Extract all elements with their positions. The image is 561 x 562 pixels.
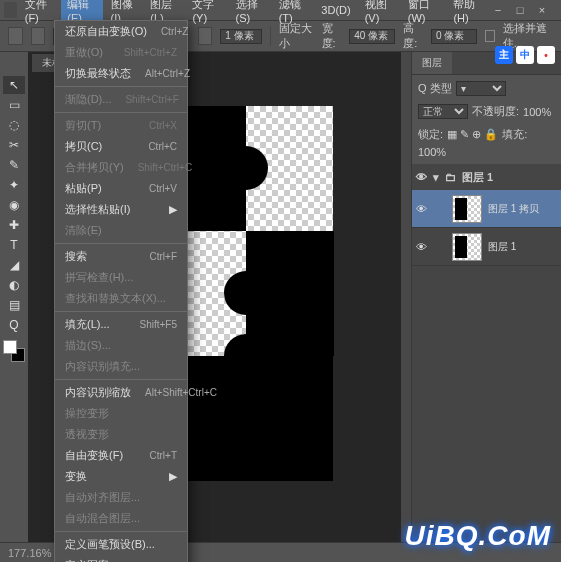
tool-7[interactable]: ✚ bbox=[3, 216, 25, 234]
fixed-size-label: 固定大小 bbox=[279, 21, 314, 51]
folder-icon: 🗀 bbox=[445, 171, 456, 183]
layer-thumbnail[interactable] bbox=[452, 195, 482, 223]
tool-1[interactable]: ▭ bbox=[3, 96, 25, 114]
collapsed-panels[interactable] bbox=[401, 52, 411, 542]
minimize-icon[interactable]: − bbox=[491, 3, 505, 17]
ime-badges: 主 中 • bbox=[495, 46, 555, 64]
tool-2[interactable]: ◌ bbox=[3, 116, 25, 134]
zoom-level[interactable]: 177.16% bbox=[8, 547, 51, 559]
height-label: 高度: bbox=[403, 21, 423, 51]
blend-mode-select[interactable]: 正常 bbox=[418, 104, 468, 119]
layer-name[interactable]: 图层 1 bbox=[488, 240, 516, 254]
stroke-width-input[interactable] bbox=[220, 29, 262, 44]
layers-panel: 图层 Q 类型 ▾ 正常 不透明度: 100% 锁定: ▦ ✎ ⊕ 🔒 填充: … bbox=[411, 52, 561, 542]
tool-0[interactable]: ↖ bbox=[3, 76, 25, 94]
kind-select[interactable]: ▾ bbox=[456, 81, 506, 96]
menu-item[interactable]: 还原自由变换(O)Ctrl+Z bbox=[55, 21, 187, 42]
visibility-icon[interactable]: 👁 bbox=[416, 203, 430, 215]
menu-item: 重做(O)Shift+Ctrl+Z bbox=[55, 42, 187, 63]
menubar: 文件(F)编辑(E)图像(I)图层(L)文字(Y)选择(S)滤镜(T)3D(D)… bbox=[0, 0, 561, 20]
menu-item[interactable]: 搜索Ctrl+F bbox=[55, 246, 187, 267]
submenu-arrow-icon: ▶ bbox=[169, 203, 177, 216]
menu-item[interactable]: 填充(L)...Shift+F5 bbox=[55, 314, 187, 335]
menu-item[interactable]: 拷贝(C)Ctrl+C bbox=[55, 136, 187, 157]
menu-item: 内容识别填充... bbox=[55, 356, 187, 377]
visibility-icon[interactable]: 👁 bbox=[416, 171, 427, 183]
opacity-label: 不透明度: bbox=[472, 104, 519, 119]
edit-menu-dropdown: 还原自由变换(O)Ctrl+Z重做(O)Shift+Ctrl+Z切换最终状态Al… bbox=[54, 20, 188, 562]
menu-item: 拼写检查(H)... bbox=[55, 267, 187, 288]
puzzle-piece-2 bbox=[246, 231, 334, 356]
menu-item[interactable]: 自由变换(F)Ctrl+T bbox=[55, 445, 187, 466]
color-swatches[interactable] bbox=[3, 340, 25, 362]
menu-item: 描边(S)... bbox=[55, 335, 187, 356]
menu-item: 渐隐(D)...Shift+Ctrl+F bbox=[55, 89, 187, 110]
menu-7[interactable]: 3D(D) bbox=[315, 2, 356, 18]
submenu-arrow-icon: ▶ bbox=[169, 470, 177, 483]
window-controls: − □ × bbox=[491, 3, 557, 17]
badge-3[interactable]: • bbox=[537, 46, 555, 64]
chevron-down-icon[interactable]: ▾ bbox=[433, 171, 439, 184]
menu-10[interactable]: 帮助(H) bbox=[447, 0, 489, 26]
tool-4[interactable]: ✎ bbox=[3, 156, 25, 174]
menu-item: 自动混合图层... bbox=[55, 508, 187, 529]
layer-name[interactable]: 图层 1 拷贝 bbox=[488, 202, 539, 216]
height-input[interactable] bbox=[431, 29, 477, 44]
layer-list: 👁 ▾ 🗀 图层 1 👁图层 1 拷贝👁图层 1 bbox=[412, 164, 561, 542]
menu-item[interactable]: 选择性粘贴(I)▶ bbox=[55, 199, 187, 220]
tool-6[interactable]: ◉ bbox=[3, 196, 25, 214]
menu-item[interactable]: 变换▶ bbox=[55, 466, 187, 487]
menu-item[interactable]: 粘贴(P)Ctrl+V bbox=[55, 178, 187, 199]
maximize-icon[interactable]: □ bbox=[513, 3, 527, 17]
layers-tab[interactable]: 图层 bbox=[412, 52, 452, 74]
link-checkbox[interactable] bbox=[485, 30, 495, 42]
toolbox: ↖▭◌✂✎✦◉✚T◢◐▤Q bbox=[0, 52, 28, 542]
lock-icons[interactable]: ▦ ✎ ⊕ 🔒 bbox=[447, 128, 498, 141]
tool-9[interactable]: ◢ bbox=[3, 256, 25, 274]
menu-item[interactable]: 内容识别缩放Alt+Shift+Ctrl+C bbox=[55, 382, 187, 403]
menu-item: 剪切(T)Ctrl+X bbox=[55, 115, 187, 136]
close-icon[interactable]: × bbox=[535, 3, 549, 17]
layer-thumbnail[interactable] bbox=[452, 233, 482, 261]
menu-5[interactable]: 选择(S) bbox=[230, 0, 271, 26]
tool-3[interactable]: ✂ bbox=[3, 136, 25, 154]
tool-8[interactable]: T bbox=[3, 236, 25, 254]
badge-1[interactable]: 主 bbox=[495, 46, 513, 64]
lock-label: 锁定: bbox=[418, 127, 443, 142]
tool-preset-icon[interactable] bbox=[8, 27, 23, 45]
group-name[interactable]: 图层 1 bbox=[462, 170, 493, 185]
shape-icon[interactable] bbox=[31, 27, 46, 45]
visibility-icon[interactable]: 👁 bbox=[416, 241, 430, 253]
width-input[interactable] bbox=[349, 29, 395, 44]
app-logo bbox=[4, 2, 17, 18]
tool-5[interactable]: ✦ bbox=[3, 176, 25, 194]
width-label: 宽度: bbox=[322, 21, 342, 51]
tool-10[interactable]: ◐ bbox=[3, 276, 25, 294]
menu-item: 操控变形 bbox=[55, 403, 187, 424]
menu-4[interactable]: 文字(Y) bbox=[186, 0, 227, 26]
menu-item[interactable]: 切换最终状态Alt+Ctrl+Z bbox=[55, 63, 187, 84]
opacity-value[interactable]: 100% bbox=[523, 106, 551, 118]
menu-item: 清除(E) bbox=[55, 220, 187, 241]
fill-opacity-label: 填充: bbox=[502, 127, 527, 142]
tool-12[interactable]: Q bbox=[3, 316, 25, 334]
watermark: UiBQ.CoM bbox=[405, 520, 551, 552]
tool-11[interactable]: ▤ bbox=[3, 296, 25, 314]
layer-row[interactable]: 👁图层 1 拷贝 bbox=[412, 190, 561, 228]
menu-item: 查找和替换文本(X)... bbox=[55, 288, 187, 309]
layer-group[interactable]: 👁 ▾ 🗀 图层 1 bbox=[412, 164, 561, 190]
badge-2[interactable]: 中 bbox=[516, 46, 534, 64]
stroke-swatch[interactable] bbox=[198, 27, 213, 45]
menu-item: 自动对齐图层... bbox=[55, 487, 187, 508]
menu-8[interactable]: 视图(V) bbox=[359, 0, 400, 26]
menu-item[interactable]: 定义图案... bbox=[55, 555, 187, 562]
fill-opacity-value[interactable]: 100% bbox=[418, 146, 446, 158]
layer-row[interactable]: 👁图层 1 bbox=[412, 228, 561, 266]
kind-label: Q 类型 bbox=[418, 81, 452, 96]
menu-item: 合并拷贝(Y)Shift+Ctrl+C bbox=[55, 157, 187, 178]
menu-item[interactable]: 定义画笔预设(B)... bbox=[55, 534, 187, 555]
menu-item: 透视变形 bbox=[55, 424, 187, 445]
